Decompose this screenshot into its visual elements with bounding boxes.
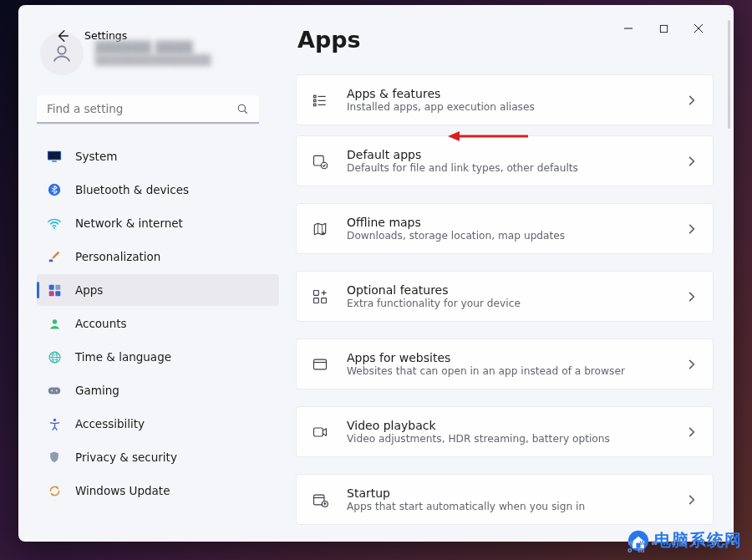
card-subtitle: Downloads, storage location, map updates xyxy=(347,230,668,242)
gamepad-icon xyxy=(47,383,62,398)
window-icon xyxy=(312,356,328,373)
card-video-playback[interactable]: Video playbackVideo adjustments, HDR str… xyxy=(296,406,714,457)
back-button[interactable] xyxy=(55,28,70,47)
main-panel: Apps Apps & featuresInstalled apps, app … xyxy=(279,27,734,542)
sidebar-item-label: Network & internet xyxy=(75,216,183,230)
wifi-icon xyxy=(47,216,62,231)
watermark-sub: w w w . d n x t w . c o m xyxy=(628,539,740,554)
sidebar-item-privacy[interactable]: Privacy & security xyxy=(37,441,279,473)
chevron-right-icon xyxy=(686,155,698,167)
card-title: Offline maps xyxy=(347,216,668,229)
chevron-right-icon xyxy=(686,359,698,370)
grid-plus-icon xyxy=(312,288,328,305)
svg-line-6 xyxy=(245,111,247,114)
search-box xyxy=(37,95,259,124)
sidebar-item-label: Bluetooth & devices xyxy=(75,183,189,196)
card-subtitle: Defaults for file and link types, other … xyxy=(347,162,668,174)
card-title: Default apps xyxy=(347,148,668,161)
card-subtitle: Installed apps, app execution aliases xyxy=(347,101,668,113)
svg-point-5 xyxy=(238,104,245,111)
sidebar-item-label: Accounts xyxy=(75,317,127,330)
svg-rect-1 xyxy=(660,25,667,32)
sidebar-item-bluetooth[interactable]: Bluetooth & devices xyxy=(37,174,279,206)
card-title: Optional features xyxy=(347,283,668,297)
card-title: Startup xyxy=(347,486,668,500)
accessibility-icon xyxy=(47,416,62,431)
profile-email: ███████████████ xyxy=(95,54,211,66)
svg-rect-13 xyxy=(48,284,53,289)
card-title: Video playback xyxy=(347,419,668,432)
window-buttons xyxy=(622,22,705,35)
svg-rect-16 xyxy=(55,291,60,296)
sidebar-item-label: Gaming xyxy=(75,384,119,397)
sidebar-item-accounts[interactable]: Accounts xyxy=(37,308,279,339)
sidebar-item-update[interactable]: Windows Update xyxy=(37,475,279,507)
close-button[interactable] xyxy=(692,22,705,35)
sidebar-item-label: Privacy & security xyxy=(75,451,177,464)
card-title: Apps for websites xyxy=(347,351,668,364)
svg-point-17 xyxy=(52,319,56,323)
profile-block[interactable]: ██████ ████ ███████████████ xyxy=(37,27,279,90)
chevron-right-icon xyxy=(686,494,698,506)
minimize-icon xyxy=(623,23,633,33)
sidebar-item-time[interactable]: Time & language xyxy=(37,341,279,373)
globe-icon xyxy=(47,349,62,364)
sidebar-item-accessibility[interactable]: Accessibility xyxy=(37,408,279,440)
monitor-icon xyxy=(47,149,62,164)
content-area: ██████ ████ ███████████████ System Bluet… xyxy=(18,5,734,542)
video-icon xyxy=(312,424,328,440)
card-default-apps[interactable]: Default appsDefaults for file and link t… xyxy=(296,135,714,186)
sidebar-item-label: Personalization xyxy=(75,250,160,263)
settings-window: Settings ██████ ████ ███████████████ xyxy=(18,5,734,542)
shield-icon xyxy=(47,450,62,465)
sidebar-item-label: Accessibility xyxy=(75,417,145,430)
card-optional-features[interactable]: Optional featuresExtra functionality for… xyxy=(296,271,714,322)
svg-rect-27 xyxy=(314,99,317,102)
list-icon xyxy=(312,92,328,109)
default-apps-icon xyxy=(312,153,328,170)
update-icon xyxy=(47,483,62,498)
sidebar-item-label: Apps xyxy=(75,283,103,297)
sidebar: ██████ ████ ███████████████ System Bluet… xyxy=(18,27,279,542)
sidebar-item-label: System xyxy=(75,150,117,163)
svg-rect-35 xyxy=(314,290,319,295)
chevron-right-icon xyxy=(686,94,698,106)
maximize-button[interactable] xyxy=(657,22,670,35)
chevron-right-icon xyxy=(686,223,698,235)
sidebar-item-apps[interactable]: Apps xyxy=(37,274,279,306)
profile-name: ██████ ████ xyxy=(95,41,211,54)
scrollbar-thumb[interactable] xyxy=(728,20,730,129)
sidebar-item-network[interactable]: Network & internet xyxy=(37,207,279,239)
card-subtitle: Websites that can open in an app instead… xyxy=(347,365,668,377)
svg-point-22 xyxy=(51,390,53,392)
sidebar-item-gaming[interactable]: Gaming xyxy=(37,374,279,406)
maximize-icon xyxy=(659,24,668,33)
apps-icon xyxy=(47,283,62,298)
card-apps-websites[interactable]: Apps for websitesWebsites that can open … xyxy=(296,339,714,389)
svg-rect-40 xyxy=(314,428,323,436)
user-icon xyxy=(47,316,62,331)
card-apps-features[interactable]: Apps & featuresInstalled apps, app execu… xyxy=(296,74,714,125)
card-subtitle: Extra functionality for your device xyxy=(347,298,668,309)
back-arrow-icon xyxy=(55,28,70,43)
svg-rect-29 xyxy=(314,104,317,106)
sidebar-item-personalization[interactable]: Personalization xyxy=(37,241,279,272)
card-startup[interactable]: StartupApps that start automatically whe… xyxy=(296,474,714,525)
minimize-button[interactable] xyxy=(622,22,635,35)
startup-icon xyxy=(312,491,328,508)
card-subtitle: Video adjustments, HDR streaming, batter… xyxy=(347,433,668,445)
sidebar-item-system[interactable]: System xyxy=(37,140,279,172)
chevron-right-icon xyxy=(686,291,698,303)
window-title: Settings xyxy=(84,29,127,42)
card-offline-maps[interactable]: Offline mapsDownloads, storage location,… xyxy=(296,203,714,254)
svg-point-11 xyxy=(53,227,55,229)
watermark: 电脑系统网 w w w . d n x t w . c o m xyxy=(628,529,742,552)
map-icon xyxy=(312,221,328,237)
search-icon xyxy=(236,103,249,115)
svg-rect-8 xyxy=(48,152,60,160)
search-input[interactable] xyxy=(37,95,259,124)
svg-point-4 xyxy=(58,46,65,53)
svg-rect-12 xyxy=(49,260,53,262)
svg-rect-21 xyxy=(48,387,60,394)
card-list: Apps & featuresInstalled apps, app execu… xyxy=(296,74,714,525)
